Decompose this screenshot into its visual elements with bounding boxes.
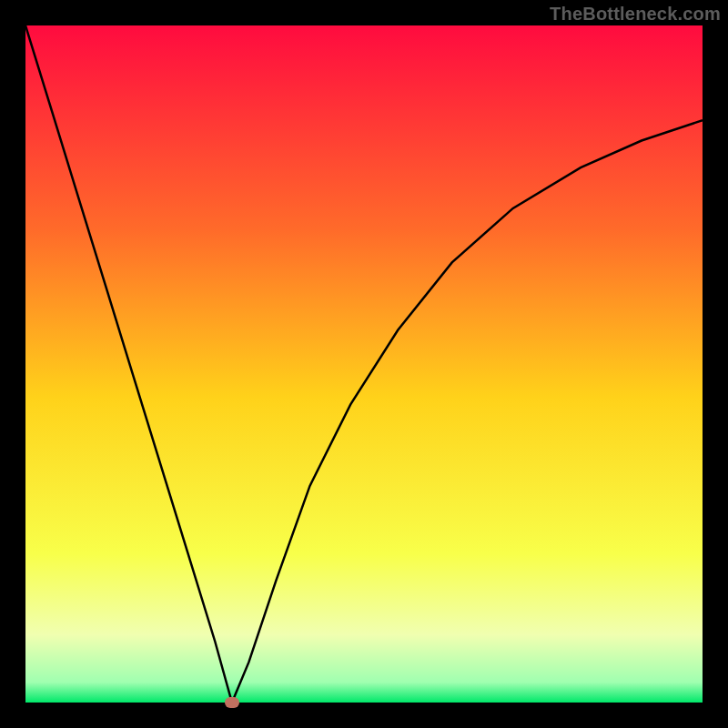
bottleneck-curve xyxy=(25,25,703,703)
plot-area xyxy=(25,25,703,703)
watermark-text: TheBottleneck.com xyxy=(550,4,721,25)
curve-svg xyxy=(25,25,703,703)
chart-frame: TheBottleneck.com xyxy=(0,0,728,728)
minimum-marker xyxy=(225,697,239,708)
